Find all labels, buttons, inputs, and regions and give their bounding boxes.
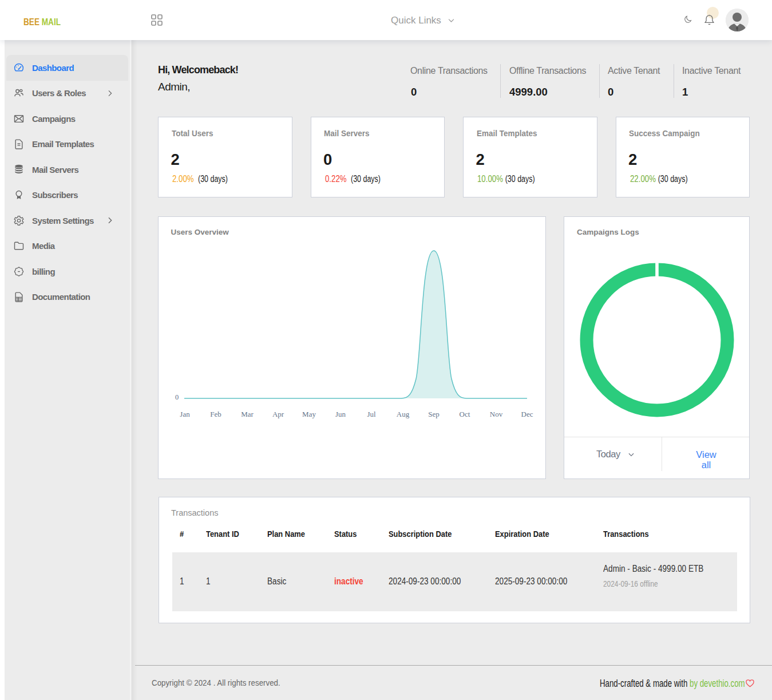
svg-text:May: May <box>302 410 316 418</box>
svg-text:Nov: Nov <box>490 410 503 418</box>
svg-text:Apr: Apr <box>272 410 284 418</box>
svg-text:0: 0 <box>175 393 179 401</box>
svg-text:Oct: Oct <box>460 410 470 418</box>
svg-text:Feb: Feb <box>210 410 221 418</box>
svg-text:Sep: Sep <box>428 410 440 418</box>
svg-text:Mar: Mar <box>241 410 254 418</box>
svg-text:Dec: Dec <box>521 410 533 418</box>
svg-text:Jun: Jun <box>335 410 346 418</box>
svg-text:Jan: Jan <box>180 410 190 418</box>
svg-text:Jul: Jul <box>367 410 376 418</box>
svg-text:Aug: Aug <box>397 410 410 418</box>
